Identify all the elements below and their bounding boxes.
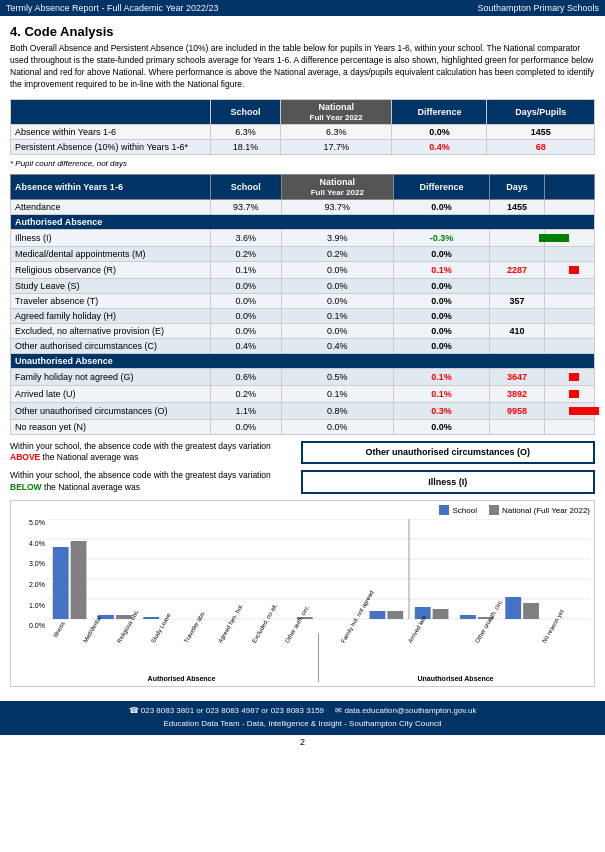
auth-school-2: 0.1%: [211, 261, 282, 278]
chart-area: 5.0% 4.0% 3.0% 2.0% 1.0% 0.0% Illness Me…: [15, 519, 590, 682]
auth-label-7: Other authorised circumstances (C): [11, 338, 211, 353]
summary-days-1: 68: [487, 139, 595, 154]
auth-national-2: 0.0%: [281, 261, 393, 278]
unauth-row-1: Arrived late (U) 0.2% 0.1% 0.1% 3892: [11, 385, 595, 402]
bar-cell-unauth-2: [545, 402, 595, 419]
auth-row-5: Agreed family holiday (H) 0.0% 0.1% 0.0%: [11, 308, 595, 323]
auth-row-3: Study Leave (S) 0.0% 0.0% 0.0%: [11, 278, 595, 293]
legend-national-label: National (Full Year 2022): [502, 506, 590, 515]
auth-label-0: Illness (I): [11, 229, 211, 246]
auth-national-3: 0.0%: [281, 278, 393, 293]
auth-label-6: Excluded, no alternative provision (E): [11, 323, 211, 338]
page-number: 2: [0, 737, 605, 747]
auth-school-1: 0.2%: [211, 246, 282, 261]
auth-days-6: 410: [489, 323, 544, 338]
unauth-school-0: 0.6%: [211, 368, 282, 385]
auth-label-1: Medical/dental appointments (M): [11, 246, 211, 261]
unauth-days-2: 9958: [489, 402, 544, 419]
chart-legend: School National (Full Year 2022): [15, 505, 590, 515]
auth-diff-2: 0.1%: [394, 261, 490, 278]
info-below-box: Illness (I): [301, 470, 596, 494]
auth-national-1: 0.2%: [281, 246, 393, 261]
attendance-row: Attendance 93.7% 93.7% 0.0% 1455: [11, 199, 595, 214]
unauth-row-2: Other unauthorised circumstances (O) 1.1…: [11, 402, 595, 419]
summary-note: * Pupil count difference, not days: [10, 159, 595, 168]
summary-diff-1: 0.4%: [392, 139, 487, 154]
legend-school-label: School: [452, 506, 476, 515]
auth-diff-6: 0.0%: [394, 323, 490, 338]
svg-rect-20: [370, 611, 386, 619]
summary-col-label: [11, 99, 211, 124]
unauth-label-0: Family holiday not agreed (G): [11, 368, 211, 385]
page-footer: ☎ 023 8083 3801 or 023 8083 4987 or 023 …: [0, 701, 605, 735]
main-col-national: NationalFull Year 2022: [281, 174, 393, 199]
auth-national-5: 0.1%: [281, 308, 393, 323]
attendance-label: Attendance: [11, 199, 211, 214]
info-below-container: Within your school, the absence code wit…: [10, 470, 595, 494]
summary-national-1: 17.7%: [280, 139, 392, 154]
main-table: Absence within Years 1-6 School National…: [10, 174, 595, 435]
attendance-school: 93.7%: [211, 199, 282, 214]
auth-school-4: 0.0%: [211, 293, 282, 308]
intro-text: Both Overall Absence and Persistent Abse…: [10, 43, 595, 91]
chart-container: School National (Full Year 2022) 5.0% 4.…: [10, 500, 595, 687]
legend-school-icon: [439, 505, 449, 515]
x-labels: Illness Med/dental Religious obs. Study …: [47, 633, 590, 682]
summary-diff-0: 0.0%: [392, 124, 487, 139]
main-col-school: School: [211, 174, 282, 199]
info-boxes-container: Within your school, the absence code wit…: [10, 441, 595, 465]
unauth-label-1: Arrived late (U): [11, 385, 211, 402]
summary-table: School NationalFull Year 2022 Difference…: [10, 99, 595, 155]
auth-national-0: 3.9%: [281, 229, 393, 246]
bar-cell-unauth-1: [545, 385, 595, 402]
auth-row-2: Religious observance (R) 0.1% 0.0% 0.1% …: [11, 261, 595, 278]
section-title: 4. Code Analysis: [10, 24, 595, 39]
summary-school-0: 6.3%: [211, 124, 281, 139]
summary-col-school: School: [211, 99, 281, 124]
auth-label-3: Study Leave (S): [11, 278, 211, 293]
unauth-national-3: 0.0%: [281, 419, 393, 434]
auth-school-3: 0.0%: [211, 278, 282, 293]
page-header: Termly Absence Report - Full Academic Ye…: [0, 0, 605, 16]
bar-cell-3: [545, 278, 595, 293]
auth-diff-3: 0.0%: [394, 278, 490, 293]
main-col-days: Days: [489, 174, 544, 199]
info-above-box: Other unauthorised circumstances (O): [301, 441, 596, 465]
x-labels-unauth-row: Family hol. not agreed Arrived late Othe…: [321, 633, 590, 647]
auth-school-0: 3.6%: [211, 229, 282, 246]
svg-rect-24: [460, 615, 476, 619]
info-below-text: Within your school, the absence code wit…: [10, 470, 293, 494]
auth-row-6: Excluded, no alternative provision (E) 0…: [11, 323, 595, 338]
legend-national: National (Full Year 2022): [489, 505, 590, 515]
unauth-national-1: 0.1%: [281, 385, 393, 402]
auth-diff-5: 0.0%: [394, 308, 490, 323]
footer-team: Education Data Team - Data, Intelligence…: [4, 718, 601, 731]
main-col-bar: [545, 174, 595, 199]
info-above-text: Within your school, the absence code wit…: [10, 441, 293, 465]
y-axis: 5.0% 4.0% 3.0% 2.0% 1.0% 0.0%: [15, 519, 47, 629]
chart-bars-area: Illness Med/dental Religious obs. Study …: [47, 519, 590, 682]
summary-days-0: 1455: [487, 124, 595, 139]
unauth-label-3: No reason yet (N): [11, 419, 211, 434]
auth-row-1: Medical/dental appointments (M) 0.2% 0.2…: [11, 246, 595, 261]
bar-cell-5: [545, 308, 595, 323]
auth-days-2: 2287: [489, 261, 544, 278]
auth-school-7: 0.4%: [211, 338, 282, 353]
auth-diff-1: 0.0%: [394, 246, 490, 261]
svg-rect-27: [523, 603, 539, 619]
auth-days-0: [489, 229, 544, 246]
x-labels-auth-row: Illness Med/dental Religious obs. Study …: [47, 633, 316, 647]
unauth-diff-1: 0.1%: [394, 385, 490, 402]
auth-national-7: 0.4%: [281, 338, 393, 353]
auth-diff-0: -0.3%: [394, 229, 490, 246]
auth-days-7: [489, 338, 544, 353]
attendance-days: 1455: [489, 199, 544, 214]
unauth-days-1: 3892: [489, 385, 544, 402]
summary-row-0: Absence within Years 1-6 6.3% 6.3% 0.0% …: [11, 124, 595, 139]
bar-cell-1: [545, 246, 595, 261]
auth-row-7: Other authorised circumstances (C) 0.4% …: [11, 338, 595, 353]
summary-national-0: 6.3%: [280, 124, 392, 139]
summary-label-1: Persistent Absence (10%) within Years 1-…: [11, 139, 211, 154]
summary-col-national: NationalFull Year 2022: [280, 99, 392, 124]
auth-diff-7: 0.0%: [394, 338, 490, 353]
